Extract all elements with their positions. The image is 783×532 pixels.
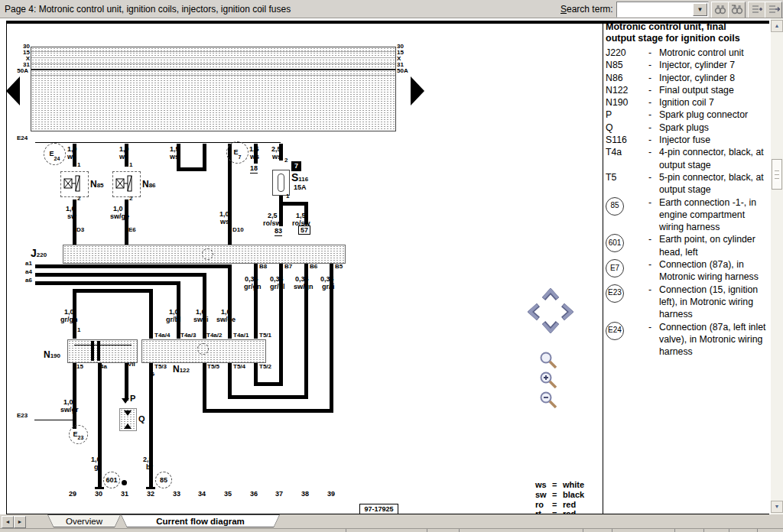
internal-connection-symbol [197, 343, 209, 355]
diagram-label: sw/gn [294, 284, 314, 290]
status-segment-divider [583, 529, 583, 532]
zoom-out-button[interactable] [538, 390, 558, 410]
injector-icon [113, 172, 138, 195]
chevron-down-icon[interactable]: ▼ [693, 3, 707, 16]
list-add-icon [751, 4, 763, 15]
pan-down-button[interactable] [541, 321, 560, 333]
diagram-label: 29 [67, 491, 78, 498]
diagram-label: T5/1 [259, 332, 271, 339]
legend-code: Q [606, 122, 648, 134]
tab-scroll-left-button[interactable]: ◄ [2, 516, 14, 528]
zoom-reset-button[interactable] [538, 350, 558, 370]
next-page-arrow[interactable] [411, 76, 424, 105]
search-previous-button[interactable] [728, 2, 746, 18]
zoom-in-button[interactable] [538, 370, 558, 390]
diagram-label: 1,5 [249, 146, 259, 153]
fuse-s116-symbol [272, 170, 290, 196]
connection-e23-symbol: E23 [69, 425, 88, 444]
scroll-down-button[interactable]: ▼ [771, 501, 783, 513]
diagram-label: 30 [93, 491, 104, 498]
label-n122: N122 [173, 362, 190, 375]
legend-description: Final output stage [659, 84, 771, 96]
diagram-label: 15A [294, 184, 307, 191]
diagram-label: br [146, 464, 153, 471]
legend-entry: P-Spark plug connector [606, 109, 771, 121]
legend-dash: - [648, 258, 659, 271]
wire-segment [203, 273, 206, 339]
go-to-list-button[interactable] [765, 2, 782, 18]
legend-description: Injector, cylinder 7 [659, 59, 771, 71]
legend-code: N190 [606, 96, 648, 109]
diagram-label: 2 [284, 157, 288, 164]
legend-dash: - [648, 122, 659, 134]
diagram-label: 38 [300, 491, 310, 498]
wire-segment [254, 362, 258, 386]
diagram-label: sw/gr [60, 407, 79, 414]
connection-e7-symbol: E7 [226, 141, 249, 164]
legend-description: Spark plug connector [659, 109, 771, 121]
diagram-label: 1,0 [169, 309, 179, 316]
legend-dash: - [648, 109, 659, 121]
diagram-label: T5/5 [207, 364, 219, 370]
internal-connection-symbol [202, 248, 213, 260]
tab-scroll-right-button[interactable]: ► [14, 516, 26, 528]
previous-page-arrow[interactable] [6, 76, 20, 105]
diagram-label: 2 [129, 196, 132, 202]
label-n85: N85 [90, 177, 104, 190]
legend-entry: 85-Earth connection -1-, inengine compar… [606, 196, 771, 234]
diagram-label: 39 [326, 491, 336, 498]
diagram-label: 1,0 [91, 456, 101, 463]
diagram-label: T4a/4 [154, 332, 170, 339]
legend-description: Connection (87a, left inletvalve), in Mo… [659, 321, 771, 358]
diagram-label: 33 [171, 491, 182, 498]
diagram-label: sw [67, 213, 76, 220]
coil-winding-bar [97, 341, 100, 361]
diagram-label: 1,0 [221, 309, 231, 316]
diagram-label: a1 [25, 261, 32, 267]
wire-segment [279, 202, 308, 206]
e23-rail [34, 420, 74, 420]
diagram-label: 83 [275, 228, 282, 236]
diagram-label: E23 [17, 413, 28, 419]
diagram-label: D10 [232, 227, 244, 233]
diagram-label: 32 [145, 491, 156, 498]
wire-segment [95, 487, 104, 489]
search-term-combobox[interactable]: ▼ [616, 2, 709, 18]
legend-code: 85 [606, 196, 648, 216]
tab-overview[interactable]: Overview [47, 514, 121, 527]
legend-divider [603, 24, 603, 514]
legend-code: N85 [606, 59, 648, 71]
status-segment-divider [346, 529, 346, 532]
legend-code: N86 [606, 72, 648, 84]
diagram-label: 1,5 [170, 146, 180, 153]
pan-up-button[interactable] [541, 288, 560, 300]
spark-plug-q-symbol [119, 408, 137, 431]
tab-current-flow-diagram[interactable]: Current flow diagram [121, 514, 280, 527]
diagram-label: P [130, 394, 135, 403]
pan-right-button[interactable] [561, 303, 573, 321]
legend-entry: J220-Motronic control unit [606, 47, 771, 59]
diagram-label: a6 [25, 277, 32, 284]
vertical-scrollbar[interactable]: ▲ ▼ [771, 18, 783, 514]
pan-left-button[interactable] [528, 303, 540, 321]
diagram-label: 1 [129, 162, 132, 168]
color-key-row: ro=red [535, 500, 584, 510]
diagram-label: 36 [249, 491, 259, 498]
status-segment-divider [757, 529, 758, 532]
wire-segment [35, 264, 232, 268]
legend-dash: - [648, 321, 659, 333]
scroll-up-button[interactable]: ▲ [771, 20, 783, 32]
wire-segment [203, 144, 206, 170]
wire-color-key: ws=whitesw=blackro=redrt=red [535, 480, 584, 519]
legend-code: S116 [606, 134, 648, 146]
diagram-label: 1,5 [296, 212, 306, 219]
legend-entry: N122-Final output stage [606, 84, 771, 96]
search-next-button[interactable] [711, 2, 729, 18]
wire-segment [254, 382, 283, 386]
diagram-label: VII [128, 362, 135, 368]
scrollbar-thumb[interactable] [772, 159, 782, 190]
diagram-label: 31 [119, 491, 130, 498]
add-to-list-button[interactable] [748, 2, 765, 18]
legend-description: Connection (87a), inMotronic wiring harn… [659, 258, 771, 284]
diagram-label: sw/li [193, 316, 209, 323]
